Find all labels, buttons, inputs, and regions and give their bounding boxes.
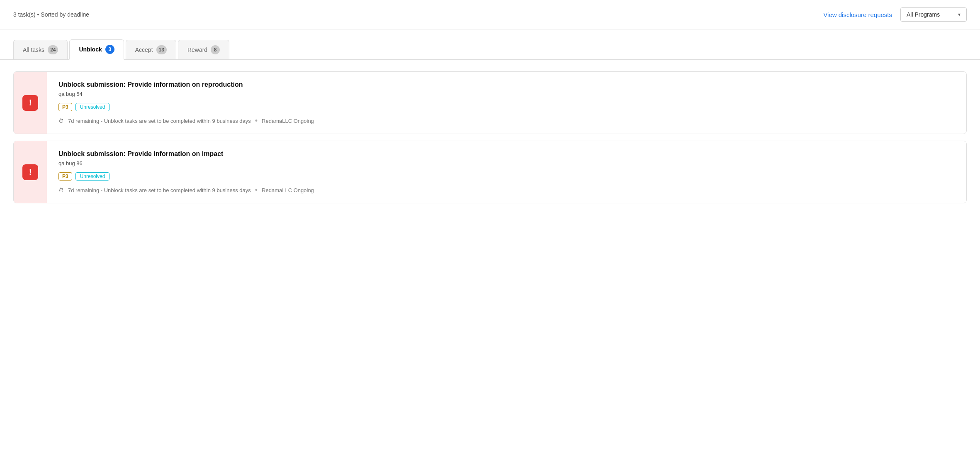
tab-unblock-badge: 3 <box>105 45 114 54</box>
task-meta-text-2: 7d remaining - Unblock tasks are set to … <box>68 187 251 193</box>
tab-unblock-label: Unblock <box>79 46 102 53</box>
task-meta-dot-1: • <box>255 117 258 124</box>
tab-accept[interactable]: Accept 13 <box>126 40 176 59</box>
task-meta-text-1: 7d remaining - Unblock tasks are set to … <box>68 118 251 124</box>
task-card-side-1: ! <box>14 72 47 134</box>
task-card-2[interactable]: ! Unblock submission: Provide informatio… <box>13 141 967 203</box>
alert-icon-2: ! <box>22 164 38 180</box>
task-title-1: Unblock submission: Provide information … <box>58 81 955 88</box>
programs-dropdown[interactable]: All Programs ▾ <box>900 7 967 22</box>
chevron-down-icon: ▾ <box>958 12 961 17</box>
tab-reward-badge: 8 <box>211 45 220 54</box>
view-disclosure-link[interactable]: View disclosure requests <box>823 11 892 18</box>
page-header: 3 task(s) • Sorted by deadline View disc… <box>0 0 980 29</box>
task-meta-2: ⏱ 7d remaining - Unblock tasks are set t… <box>58 186 955 194</box>
task-priority-badge-1: P3 <box>58 103 72 111</box>
task-card-body-2: Unblock submission: Provide information … <box>47 141 966 203</box>
task-meta-dot-2: • <box>255 186 258 194</box>
task-card-side-2: ! <box>14 141 47 203</box>
tab-reward[interactable]: Reward 8 <box>178 40 229 59</box>
task-status-badge-1: Unresolved <box>75 103 110 111</box>
task-card-body-1: Unblock submission: Provide information … <box>47 72 966 134</box>
tab-all-tasks-label: All tasks <box>23 46 44 53</box>
task-title-2: Unblock submission: Provide information … <box>58 150 955 158</box>
task-list: ! Unblock submission: Provide informatio… <box>0 60 980 215</box>
task-program-2: RedamaLLC Ongoing <box>262 187 314 193</box>
clock-icon-2: ⏱ <box>58 187 64 193</box>
task-count-label: 3 task(s) • Sorted by deadline <box>13 11 89 18</box>
task-status-badge-2: Unresolved <box>75 172 110 181</box>
task-card-1[interactable]: ! Unblock submission: Provide informatio… <box>13 71 967 134</box>
task-tags-2: P3 Unresolved <box>58 172 955 181</box>
task-tags-1: P3 Unresolved <box>58 103 955 111</box>
header-right: View disclosure requests All Programs ▾ <box>823 7 967 22</box>
clock-icon-1: ⏱ <box>58 118 64 124</box>
alert-icon-1: ! <box>22 95 38 111</box>
programs-dropdown-label: All Programs <box>907 11 940 18</box>
task-meta-1: ⏱ 7d remaining - Unblock tasks are set t… <box>58 117 955 124</box>
tab-all-tasks[interactable]: All tasks 24 <box>13 40 68 59</box>
task-subtitle-1: qa bug 54 <box>58 91 955 97</box>
tab-unblock[interactable]: Unblock 3 <box>69 39 124 60</box>
tab-accept-badge: 13 <box>156 45 167 54</box>
tabs-bar: All tasks 24 Unblock 3 Accept 13 Reward … <box>0 29 980 60</box>
task-subtitle-2: qa bug 86 <box>58 160 955 166</box>
task-program-1: RedamaLLC Ongoing <box>262 118 314 124</box>
task-priority-badge-2: P3 <box>58 172 72 181</box>
tab-accept-label: Accept <box>135 46 153 53</box>
tab-all-tasks-badge: 24 <box>48 45 58 54</box>
tab-reward-label: Reward <box>187 46 207 53</box>
